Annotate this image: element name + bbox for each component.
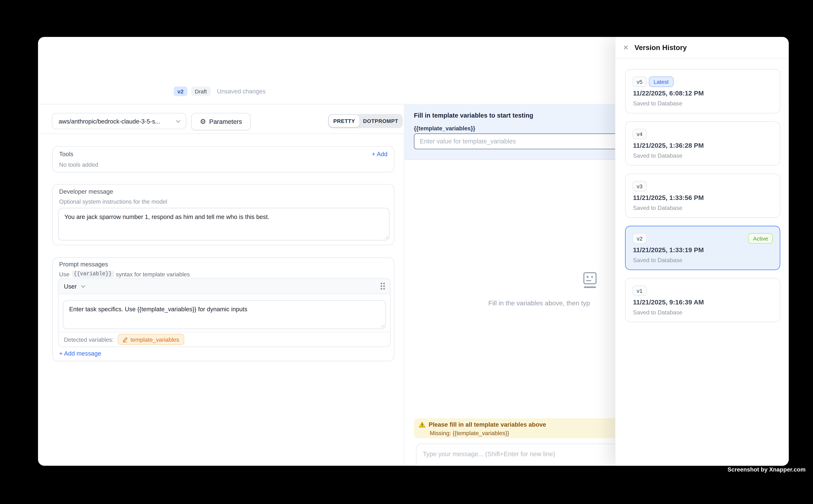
toggle-pretty[interactable]: PRETTY: [329, 115, 360, 127]
version-card-v5[interactable]: v5 Latest 11/22/2025, 6:08:12 PM Saved t…: [625, 69, 780, 113]
model-selector[interactable]: aws/anthropic/bedrock-claude-3-5-s...: [52, 113, 186, 129]
warning-missing-text: Missing: {{template_variables}}: [430, 430, 509, 436]
version-badge: v2: [174, 87, 187, 96]
chevron-down-icon: [176, 119, 180, 123]
parameters-button[interactable]: ⚙ Parameters: [191, 113, 251, 130]
syntax-suffix: syntax for template variables: [116, 271, 190, 277]
version-card-v1[interactable]: v1 11/21/2025, 9:16:39 AM Saved to Datab…: [625, 278, 780, 322]
template-variables-title: Fill in template variables to start test…: [414, 112, 533, 119]
role-value: User: [64, 283, 77, 289]
tools-card: Tools + Add No tools added: [52, 146, 394, 172]
format-toggle: PRETTY DOTPROMPT: [328, 114, 403, 128]
developer-message-card: Developer message Optional system instru…: [52, 184, 394, 245]
version-saved-text: Saved to Database: [633, 309, 682, 315]
add-tool-button[interactable]: + Add: [372, 151, 387, 157]
developer-message-field-wrap: You are jack sparrow number 1, respond a…: [58, 208, 390, 241]
empty-state-text: Fill in the variables above, then typ: [488, 300, 590, 307]
version-date: 11/21/2025, 1:33:56 PM: [633, 194, 704, 201]
watermark-text: Screenshot by Xnapper.com: [728, 466, 806, 473]
version-history-panel: ✕ Version History v5 Latest 11/22/2025, …: [615, 37, 789, 466]
developer-message-title: Developer message: [59, 188, 113, 195]
version-date: 11/21/2025, 9:16:39 AM: [633, 299, 704, 306]
screenshot-stage: ← Back jack-sparrow v2 Draft Unsaved cha…: [0, 0, 813, 504]
prompt-messages-card: Prompt messages Use {{variable}} syntax …: [52, 257, 394, 361]
chevron-down-icon: [81, 284, 86, 288]
syntax-prefix: Use: [59, 271, 69, 277]
drag-handle[interactable]: [381, 283, 385, 289]
detected-variables-row: Detected variables: template_variables: [59, 332, 390, 347]
version-date: 11/21/2025, 1:33:19 PM: [633, 246, 704, 254]
tools-title: Tools: [59, 151, 73, 157]
unsaved-changes-text: Unsaved changes: [217, 88, 266, 94]
version-saved-text: Saved to Database: [633, 257, 682, 263]
add-message-button[interactable]: + Add message: [59, 350, 101, 356]
version-number-badge: v4: [633, 129, 647, 139]
robot-icon: [582, 272, 598, 288]
developer-message-subtitle: Optional system instructions for the mod…: [59, 198, 167, 205]
version-date: 11/21/2025, 1:36:28 PM: [633, 142, 704, 149]
prompt-messages-title: Prompt messages: [59, 261, 108, 267]
version-number-badge: v5: [633, 76, 647, 87]
detected-variables-label: Detected variables:: [64, 336, 114, 342]
syntax-hint: Use {{variable}} syntax for template var…: [59, 271, 190, 277]
latest-badge: Latest: [649, 76, 673, 87]
pencil-icon: [122, 337, 128, 342]
prompt-message-block: User Enter task specifics. Use {{templat…: [58, 278, 391, 347]
parameters-label: Parameters: [209, 118, 242, 125]
version-number-badge: v2: [633, 233, 647, 244]
developer-message-input[interactable]: You are jack sparrow number 1, respond a…: [58, 208, 390, 241]
template-variable-label: {{template_variables}}: [414, 125, 475, 131]
version-history-header: ✕ Version History: [616, 37, 789, 59]
version-card-v2[interactable]: v2 Active 11/21/2025, 1:33:19 PM Saved t…: [625, 226, 780, 270]
close-icon[interactable]: ✕: [623, 44, 629, 51]
role-selector[interactable]: User: [64, 283, 86, 289]
version-saved-text: Saved to Database: [633, 152, 682, 159]
toolbar-divider: [38, 133, 404, 134]
version-date: 11/22/2025, 6:08:12 PM: [633, 90, 704, 97]
version-history-title: Version History: [635, 44, 687, 52]
prompt-message-input[interactable]: Enter task specifics. Use {{template_var…: [63, 300, 386, 329]
version-card-v3[interactable]: v3 11/21/2025, 1:33:56 PM Saved to Datab…: [625, 174, 780, 218]
warning-icon: [419, 421, 426, 428]
variable-syntax-chip: {{variable}}: [71, 271, 114, 277]
app-window: ← Back jack-sparrow v2 Draft Unsaved cha…: [38, 37, 789, 466]
prompt-message-field-wrap: Enter task specifics. Use {{template_var…: [63, 300, 386, 329]
warning-title: Please fill in all template variables ab…: [429, 421, 546, 428]
active-badge: Active: [748, 233, 773, 244]
draft-badge: Draft: [191, 87, 211, 96]
version-number-badge: v3: [633, 181, 647, 191]
message-role-header: User: [59, 279, 390, 294]
model-selector-value: aws/anthropic/bedrock-claude-3-5-s...: [59, 118, 160, 124]
version-card-v4[interactable]: v4 11/21/2025, 1:36:28 PM Saved to Datab…: [625, 121, 780, 166]
gear-icon: ⚙: [200, 118, 206, 125]
detected-variable-chip[interactable]: template_variables: [118, 334, 184, 345]
tools-empty-text: No tools added: [59, 161, 98, 168]
version-saved-text: Saved to Database: [633, 100, 682, 107]
toggle-dotprompt[interactable]: DOTPROMPT: [360, 115, 402, 127]
detected-variable-name: template_variables: [130, 336, 179, 342]
version-number-badge: v1: [633, 285, 647, 296]
version-saved-text: Saved to Database: [633, 205, 682, 211]
